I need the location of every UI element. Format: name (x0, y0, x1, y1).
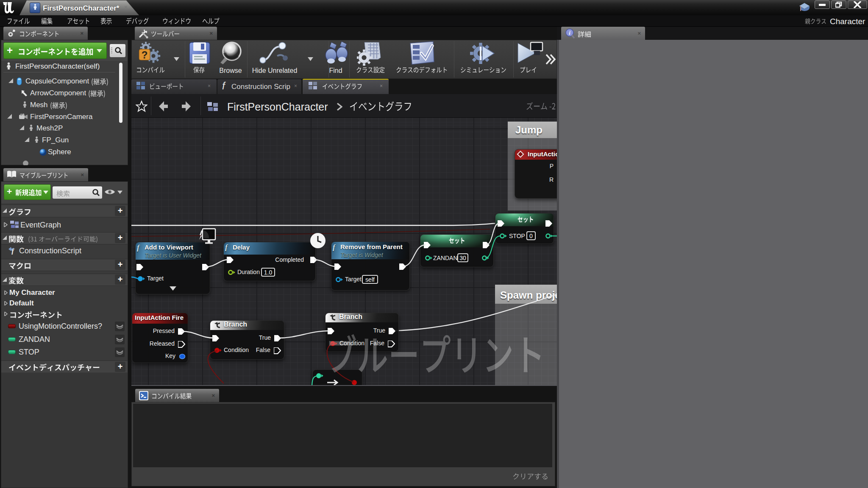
svg-text:?: ? (142, 49, 148, 61)
svg-text:f: f (11, 247, 15, 255)
svg-text:i: i (569, 30, 570, 36)
